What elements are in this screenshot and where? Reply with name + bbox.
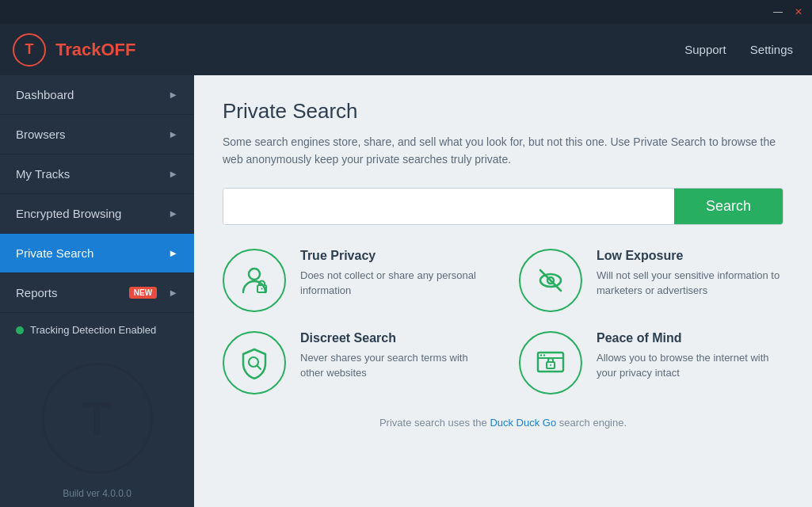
feature-low-exposure: Low Exposure Will not sell your sensitiv… <box>519 249 783 312</box>
chevron-right-icon: ► <box>168 247 178 259</box>
new-badge: NEW <box>129 287 157 299</box>
support-link[interactable]: Support <box>684 43 726 56</box>
sidebar-item-private-search[interactable]: Private Search ► <box>0 234 194 273</box>
feature-true-privacy: True Privacy Does not collect or share a… <box>223 249 487 312</box>
logo-icon: T <box>13 33 46 67</box>
low-exposure-text: Low Exposure Will not sell your sensitiv… <box>597 249 783 299</box>
feature-grid: True Privacy Does not collect or share a… <box>223 249 783 395</box>
low-exposure-icon <box>519 249 582 312</box>
svg-point-13 <box>543 354 545 356</box>
app-container: T TrackOFF Dashboard ► Browsers ► My Tra… <box>0 24 812 507</box>
minimize-button[interactable]: — <box>771 5 785 19</box>
svg-line-7 <box>257 365 261 369</box>
sidebar-item-browsers[interactable]: Browsers ► <box>0 115 194 154</box>
search-box: Search <box>223 188 783 225</box>
true-privacy-icon <box>223 249 286 312</box>
watermark-icon: T <box>42 363 153 474</box>
top-navigation: Support Settings <box>194 24 812 75</box>
svg-point-0 <box>249 269 260 280</box>
chevron-right-icon: ► <box>168 287 178 299</box>
chevron-right-icon: ► <box>168 89 178 101</box>
sidebar-item-encrypted-browsing[interactable]: Encrypted Browsing ► <box>0 194 194 234</box>
settings-link[interactable]: Settings <box>750 43 793 56</box>
sidebar-bottom: T Build ver 4.0.0.0 <box>0 355 194 507</box>
status-dot-icon <box>16 326 24 334</box>
sidebar-logo: T TrackOFF <box>0 24 194 75</box>
content-area: Private Search Some search engines store… <box>194 75 812 507</box>
search-button[interactable]: Search <box>674 189 783 224</box>
window-controls: — ✕ <box>771 5 806 19</box>
page-title: Private Search <box>223 99 783 124</box>
chevron-right-icon: ► <box>168 208 178 219</box>
discreet-search-icon <box>223 331 286 395</box>
feature-discreet-search: Discreet Search Never shares your search… <box>223 331 487 395</box>
tracking-status: Tracking Detection Enabled <box>0 313 194 347</box>
right-panel: Support Settings Private Search Some sea… <box>194 24 812 507</box>
svg-point-2 <box>261 288 263 289</box>
sidebar: T TrackOFF Dashboard ► Browsers ► My Tra… <box>0 24 194 507</box>
build-version: Build ver 4.0.0.0 <box>63 482 132 507</box>
peace-of-mind-icon <box>519 331 582 395</box>
discreet-search-text: Discreet Search Never shares your search… <box>300 331 487 381</box>
duckduckgo-link[interactable]: Duck Duck Go <box>490 417 556 429</box>
title-bar: — ✕ <box>0 0 812 24</box>
main-content: Private Search Some search engines store… <box>194 75 812 507</box>
true-privacy-text: True Privacy Does not collect or share a… <box>300 249 487 299</box>
chevron-right-icon: ► <box>168 128 178 140</box>
peace-of-mind-text: Peace of Mind Allows you to browse the i… <box>597 331 783 381</box>
footer-note: Private search uses the Duck Duck Go sea… <box>223 410 783 432</box>
sidebar-item-dashboard[interactable]: Dashboard ► <box>0 75 194 115</box>
chevron-right-icon: ► <box>168 168 178 180</box>
sidebar-watermark: T <box>34 355 161 482</box>
svg-point-12 <box>540 354 542 356</box>
svg-point-11 <box>550 364 551 366</box>
sidebar-item-my-tracks[interactable]: My Tracks ► <box>0 154 194 194</box>
close-button[interactable]: ✕ <box>791 5 806 19</box>
sidebar-item-reports[interactable]: Reports NEW ► <box>0 273 194 313</box>
feature-peace-of-mind: Peace of Mind Allows you to browse the i… <box>519 331 783 395</box>
logo-text: TrackOFF <box>55 40 136 60</box>
search-input[interactable] <box>223 189 674 224</box>
page-description: Some search engines store, share, and se… <box>223 133 777 169</box>
